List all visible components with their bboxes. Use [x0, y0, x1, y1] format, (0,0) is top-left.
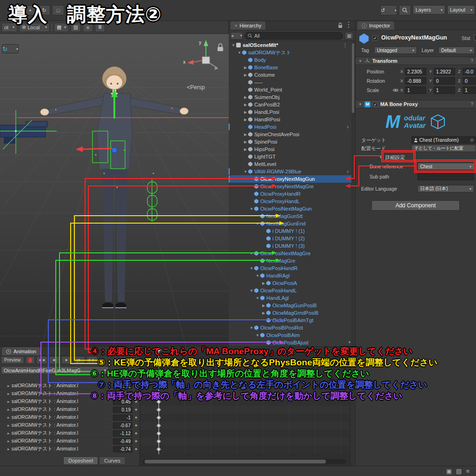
hierarchy-row-handrposi[interactable]: ▶HandRPosi [229, 116, 352, 123]
hierarchy-row-hipsposi[interactable]: ▶HipsPosi [229, 145, 352, 153]
hierarchy-row-nextmaggre[interactable]: NextMagGre [229, 257, 352, 264]
hierarchy-row-handlagl[interactable]: ▼HandLAgl [229, 294, 352, 302]
component-checkbox[interactable]: ✓ [373, 102, 378, 107]
scene-view-canvas[interactable]: y x <Persp [0, 34, 229, 346]
foldout-open-icon[interactable]: ▼ [231, 43, 236, 47]
foldout-open-icon[interactable]: ▼ [255, 274, 260, 278]
bone-reference-dropdown[interactable]: Chest ▾ [417, 163, 474, 170]
property-value-field[interactable]: -0.49 [113, 438, 132, 444]
next-key-button[interactable]: |► [74, 356, 85, 364]
foldout-open-icon[interactable]: ▼ [249, 251, 254, 256]
keyframe-toggle-icon[interactable]: ◆ [135, 423, 137, 427]
rotation-x-field[interactable]: -0.888 [405, 77, 426, 85]
scale-z-field[interactable]: 1 [463, 86, 476, 94]
layout-dropdown[interactable]: Layout ▾ [447, 5, 475, 14]
hierarchy-row-oicwposinextmaggun[interactable]: ▼OicwPosiNextMagGun [229, 205, 352, 212]
rotation-y-field[interactable]: 0 [434, 77, 455, 85]
status-icon-2[interactable]: ▤ [456, 468, 462, 475]
hierarchy-row-item[interactable]: ----- [229, 79, 352, 86]
hierarchy-row-oicwproxyhandl[interactable]: OicwProxyHandL [229, 198, 352, 205]
hierarchy-row-world-point[interactable]: World_Point [229, 86, 352, 93]
record-button[interactable] [26, 356, 35, 364]
foldout-open-icon[interactable]: ▼ [255, 333, 260, 337]
history-button[interactable]: ↺ ▾ [380, 5, 397, 15]
tab-curves[interactable]: Curves [99, 456, 126, 465]
foldout-closed-icon[interactable]: ▶ [243, 103, 248, 107]
hierarchy-row-oicwposihandl[interactable]: ▼OicwPosiHandL [229, 287, 352, 294]
help-icon[interactable]: ? [470, 102, 473, 107]
foldout-closed-icon[interactable]: ▶ [243, 140, 248, 144]
foldout-open-icon[interactable]: ▼ [249, 326, 254, 330]
play-button[interactable]: ► [61, 356, 73, 364]
animated-property-row-4[interactable]: ▸salORGMWテスト : Animator.l0.19◆ [0, 406, 139, 414]
target-object-field[interactable]: Chest (Transform) ◎ [411, 136, 476, 144]
foldout-open-icon[interactable]: ▼ [379, 155, 383, 159]
scene-camera-button[interactable]: ↻ ▾ [2, 44, 19, 53]
static-checkbox[interactable] [474, 35, 476, 40]
status-icon-1[interactable]: ▣ [446, 468, 452, 475]
hierarchy-row-oicwproxyhandr[interactable]: OicwProxyHandR [229, 190, 352, 198]
sub-path-field[interactable] [417, 173, 474, 180]
tag-dropdown[interactable]: Untagged ▾ [374, 46, 417, 54]
animated-property-row-7[interactable]: ▸salORGMWテスト : Animator.l-1.12◆ [0, 430, 139, 437]
hierarchy-row-oicwmaggrndposib[interactable]: ▶OicwMagGrndPosiB [229, 309, 352, 317]
animated-property-row-8[interactable]: ▸salORGMWテスト : Animator.l-0.49◆ [0, 437, 139, 445]
foldout-open-icon[interactable]: ▼ [249, 289, 254, 293]
transform-header[interactable]: ▼ Transform ? [356, 57, 476, 65]
hierarchy-row-canposib2[interactable]: ▶CanPosiB2 [229, 101, 352, 108]
create-object-button[interactable]: + ▾ [231, 32, 243, 40]
hierarchy-row-oicwposinextmaggre[interactable]: ▼OicwPosiNextMagGre [229, 250, 352, 257]
hierarchy-row-oicwproxynextmaggun[interactable]: OicwProxyNextMagGun [229, 175, 352, 183]
property-value-field[interactable]: -1 [113, 415, 132, 421]
hierarchy-row-bonebase[interactable]: ▶BoneBase [229, 64, 352, 71]
tab-inspector[interactable]: i Inspector [357, 21, 394, 30]
position-y-field[interactable]: 1.2922 [434, 68, 455, 75]
foldout-closed-icon[interactable]: ▶ [261, 281, 266, 285]
advanced-settings-foldout[interactable]: 詳細設定 [385, 154, 405, 161]
tab-animation[interactable]: Animation [2, 347, 40, 356]
first-frame-button[interactable]: ◄◄ [36, 356, 47, 364]
hierarchy-row-salorgmw[interactable]: ▼salORGMWテスト [229, 49, 352, 56]
hierarchy-search-input[interactable]: All [245, 32, 343, 40]
dopesheet-scrollbar[interactable] [143, 459, 346, 464]
foldout-open-icon[interactable]: ▼ [243, 170, 248, 174]
property-value-field[interactable]: 0.19 [113, 407, 132, 413]
persp-label[interactable]: <Persp [187, 84, 205, 91]
keyframe-toggle-icon[interactable]: ◆ [135, 447, 137, 451]
hierarchy-row-suimenobj[interactable]: ▶SuimenObj [229, 93, 352, 101]
add-component-button[interactable]: Add Component [371, 200, 460, 211]
axis-x-label[interactable]: x [183, 60, 185, 65]
foldout-closed-icon[interactable]: ▶ [261, 304, 266, 308]
foldout-open-icon[interactable]: ▼ [249, 266, 254, 271]
keyframe-toggle-icon[interactable]: ◆ [135, 431, 137, 435]
layer-dropdown[interactable]: Default ▾ [438, 46, 475, 54]
position-z-field[interactable]: -0.0 [463, 68, 476, 75]
attach-mode-dropdown[interactable]: 子として・ルートに配置 [411, 145, 476, 152]
animated-property-row-9[interactable]: ▸salORGMWテスト : Animator.l-0.74◆ [0, 445, 139, 453]
hierarchy-row-oicwposia[interactable]: ▶OicwPosiA [229, 279, 352, 287]
search-button[interactable] [399, 5, 411, 15]
hierarchy-row-nextmaggunstt[interactable]: NextMagGunStt [229, 212, 352, 220]
foldout-closed-icon[interactable]: ▶ [243, 73, 248, 77]
hierarchy-row-body[interactable]: Body [229, 56, 352, 64]
scroll-down-icon[interactable]: ▾ [348, 340, 350, 344]
layers-dropdown[interactable]: Layers ▾ [413, 5, 445, 14]
bone-proxy-header[interactable]: ▼ M ✓ MA Bone Proxy ? [356, 100, 476, 108]
foldout-closed-icon[interactable]: ▶ [261, 311, 266, 315]
link-icon[interactable] [393, 87, 398, 93]
search-filter-button[interactable]: ▥ [345, 32, 353, 40]
scale-x-field[interactable]: 1 [405, 86, 426, 94]
foldout-closed-icon[interactable]: ▶ [243, 110, 248, 114]
foldout-closed-icon[interactable]: ▶ [243, 66, 248, 70]
keyframe-toggle-icon[interactable]: ◆ [135, 408, 137, 411]
help-icon[interactable]: ? [470, 59, 473, 64]
hierarchy-row-oicwmaggunposib[interactable]: ▶OicwMagGunPosiB [229, 302, 352, 309]
hierarchy-row-saloscenemlt[interactable]: ▼salOSceneMlt*⋮ [229, 41, 352, 49]
keyframe-toggle-icon[interactable]: ◆ [135, 439, 137, 443]
scale-y-field[interactable]: 1 [434, 86, 455, 94]
scene-menu-icon[interactable]: ⋮ [343, 42, 348, 48]
hierarchy-row-lighttgt[interactable]: LightTGT [229, 153, 352, 160]
hierarchy-row-oicwposihandr[interactable]: ▼OicwPosiHandR [229, 264, 352, 272]
hierarchy-row-vaw-rgmw-29blue[interactable]: ▼VAW-RGMW-29Blue› [229, 168, 352, 175]
axis-y-label[interactable]: y [199, 40, 201, 45]
